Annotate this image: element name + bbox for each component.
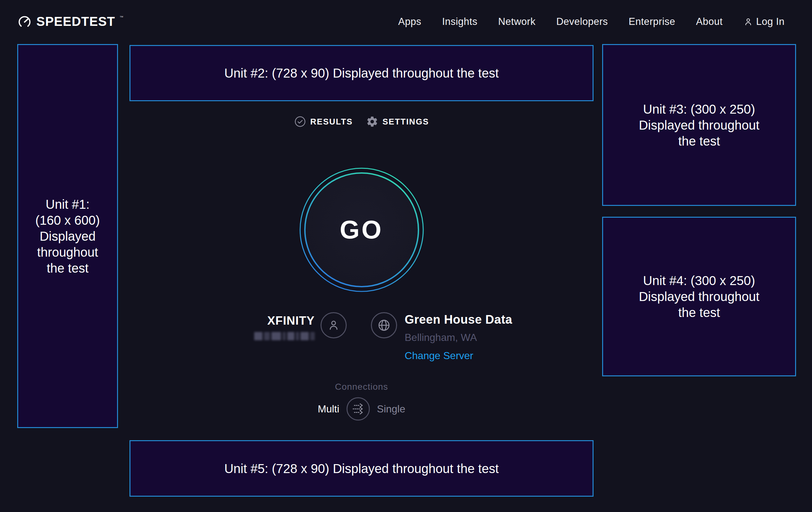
single-option[interactable]: Single — [377, 403, 405, 415]
server-location: Bellingham, WA — [405, 332, 477, 344]
tabs-row: RESULTS SETTINGS — [129, 115, 593, 128]
go-label: GO — [299, 167, 424, 292]
ad-unit-1[interactable]: Unit #1: (160 x 600) Displayed throughou… — [17, 44, 118, 428]
ad-unit-3-text: Unit #3: (300 x 250) Displayed throughou… — [639, 101, 759, 149]
nav-about[interactable]: About — [696, 16, 723, 27]
results-label: RESULTS — [310, 117, 353, 127]
nav-enterprise[interactable]: Enterprise — [629, 16, 675, 27]
check-circle-icon — [294, 115, 306, 128]
settings-label: SETTINGS — [382, 117, 429, 127]
person-icon — [744, 17, 753, 26]
logo-trademark: ™ — [120, 15, 123, 19]
go-button[interactable]: GO — [299, 167, 424, 292]
isp-name: XFINITY — [267, 314, 315, 327]
server-name: Green House Data — [405, 313, 512, 327]
server-globe-icon — [371, 312, 397, 339]
redacted-ip — [254, 332, 315, 340]
nav-login[interactable]: Log In — [744, 16, 785, 27]
ad-unit-1-text: Unit #1: (160 x 600) Displayed throughou… — [35, 196, 100, 276]
connections-label: Connections — [129, 382, 593, 392]
tab-settings[interactable]: SETTINGS — [366, 115, 429, 128]
logo-text: SPEEDTEST — [36, 14, 115, 29]
speedtest-gauge-icon — [17, 15, 32, 29]
ad-unit-4[interactable]: Unit #4: (300 x 250) Displayed throughou… — [602, 217, 796, 376]
tab-results[interactable]: RESULTS — [294, 115, 353, 128]
multi-option[interactable]: Multi — [318, 403, 339, 415]
change-server-link[interactable]: Change Server — [405, 350, 473, 362]
connections-section: Connections Multi — [129, 382, 593, 421]
connections-toggle[interactable] — [346, 397, 370, 421]
multi-connections-icon — [346, 397, 370, 421]
gear-icon — [366, 115, 378, 128]
speedtest-page: SPEEDTEST ™ Apps Insights Network Develo… — [0, 0, 812, 512]
ad-unit-3[interactable]: Unit #3: (300 x 250) Displayed throughou… — [602, 44, 796, 206]
speedtest-logo[interactable]: SPEEDTEST ™ — [17, 14, 123, 29]
login-label: Log In — [756, 16, 785, 27]
host-info-row: XFINITY — [129, 312, 593, 362]
isp-person-icon — [321, 312, 347, 339]
test-panel: RESULTS SETTINGS — [129, 0, 593, 512]
isp-block: XFINITY — [254, 314, 315, 340]
ad-unit-4-text: Unit #4: (300 x 250) Displayed throughou… — [639, 273, 759, 321]
server-block: Green House Data Bellingham, WA Change S… — [405, 313, 512, 362]
